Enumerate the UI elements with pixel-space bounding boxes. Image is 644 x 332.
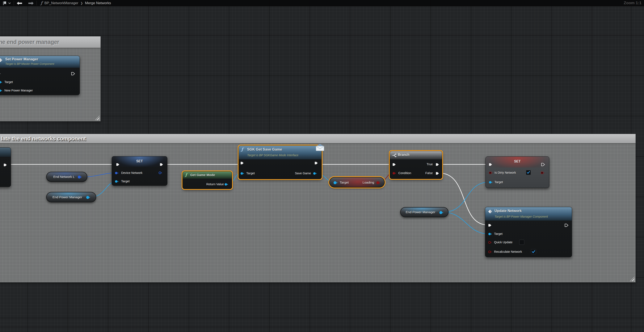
pin-label-is-dirty-network: Is Dirty Network bbox=[494, 171, 516, 174]
exec-out-pin[interactable] bbox=[314, 161, 318, 165]
recalculate-network-pin[interactable] bbox=[488, 250, 492, 253]
target-pin[interactable] bbox=[0, 81, 2, 84]
function-icon: ƒ bbox=[241, 147, 243, 152]
pin-label-false: False bbox=[426, 171, 433, 175]
wire-end-power-manager-2-up[interactable] bbox=[443, 182, 489, 212]
exec-out-pin[interactable] bbox=[541, 163, 545, 166]
exec-in-pin[interactable] bbox=[488, 224, 492, 227]
back-button[interactable] bbox=[16, 0, 23, 6]
pin-label-target: Target bbox=[246, 172, 255, 175]
graph-toolbar: ƒ BP_NetworkManager ❯ Merge Networks bbox=[0, 0, 644, 6]
loading-pin[interactable] bbox=[376, 181, 380, 184]
target-pin[interactable] bbox=[488, 233, 492, 236]
exec-in-pin[interactable] bbox=[489, 163, 492, 166]
is-dirty-network-pin[interactable] bbox=[489, 171, 492, 174]
is-dirty-network-checkbox[interactable] bbox=[526, 170, 531, 175]
var-out-pin[interactable] bbox=[439, 211, 444, 214]
new-power-manager-pin[interactable] bbox=[0, 89, 2, 92]
pin-label-target: Target bbox=[340, 181, 349, 184]
var-label: End Power Manager bbox=[52, 195, 82, 199]
var-out-pin[interactable] bbox=[86, 196, 90, 199]
exec-in-pin[interactable] bbox=[0, 72, 1, 75]
target-pin[interactable] bbox=[240, 172, 244, 175]
node-title: SET bbox=[486, 159, 549, 163]
quick-update-checkbox[interactable] bbox=[519, 240, 524, 245]
node-get-game-mode[interactable]: ƒ Get Game Mode Return Value bbox=[182, 171, 232, 189]
var-out-pin[interactable] bbox=[78, 175, 82, 179]
breadcrumb-graph-name[interactable]: Merge Networks bbox=[85, 1, 111, 5]
node-set-is-dirty-network[interactable]: SET Is Dirty Network Target bbox=[486, 156, 549, 188]
node-sgk-get-save-game[interactable]: ƒ SGK Get Save Game Target is BP SGKGame… bbox=[238, 145, 322, 179]
pin-label-loading: Loading bbox=[363, 181, 374, 184]
quick-update-pin[interactable] bbox=[488, 241, 492, 244]
breadcrumb-separator-icon: ❯ bbox=[80, 2, 83, 5]
breadcrumb-blueprint-name[interactable]: BP_NetworkManager bbox=[44, 1, 78, 5]
node-branch[interactable]: Branch Condition True False bbox=[390, 151, 442, 179]
function-icon: ƒ bbox=[185, 173, 187, 177]
node-title: Update Network bbox=[494, 209, 522, 213]
is-dirty-network-out-pin[interactable] bbox=[541, 171, 544, 174]
recalculate-network-checkbox[interactable] bbox=[531, 249, 536, 254]
function-diamond-icon bbox=[0, 58, 3, 62]
node-update-network[interactable]: Update Network Target is BP Power Manage… bbox=[485, 207, 572, 257]
pin-label-true: True bbox=[427, 162, 433, 166]
bookmark-button[interactable] bbox=[2, 0, 7, 6]
node-title: SGK Get Save Game bbox=[247, 147, 282, 151]
node-subtitle: Target is BP Master Power Component bbox=[5, 62, 54, 65]
target-pin[interactable] bbox=[489, 181, 492, 184]
pin-label-recalculate-network: Recalculate Network bbox=[494, 250, 522, 253]
pin-label-target: Target bbox=[494, 232, 502, 236]
exec-out-pin[interactable] bbox=[565, 224, 568, 227]
pin-label-new-power-manager: New Power Manager bbox=[4, 89, 33, 92]
device-network-out-pin[interactable] bbox=[158, 171, 162, 174]
node-title: SET bbox=[112, 159, 167, 163]
branch-icon bbox=[392, 153, 397, 157]
condition-pin[interactable] bbox=[392, 172, 396, 175]
node-set-power-manager[interactable]: Set Power Manager Target is BP Master Po… bbox=[0, 56, 80, 95]
node-get-loading[interactable]: Target Loading bbox=[329, 177, 385, 188]
pin-label-condition: Condition bbox=[398, 171, 411, 175]
target-pin[interactable] bbox=[115, 180, 119, 183]
exec-out-pin[interactable] bbox=[71, 72, 75, 75]
function-diamond-icon bbox=[488, 209, 492, 214]
exec-in-pin[interactable] bbox=[240, 161, 244, 165]
exec-in-pin[interactable] bbox=[116, 163, 120, 166]
bookmark-dropdown-chevron-icon[interactable] bbox=[7, 0, 12, 6]
pin-label-return-value: Return Value bbox=[206, 183, 224, 186]
node-cut-off-left[interactable] bbox=[0, 147, 11, 187]
node-title: Set Power Manager bbox=[5, 57, 38, 61]
return-value-pin[interactable] bbox=[224, 183, 228, 186]
forward-button[interactable] bbox=[27, 0, 35, 6]
message-envelope-icon bbox=[315, 143, 325, 151]
exec-out-pin[interactable] bbox=[160, 163, 163, 166]
node-subtitle: Target is BP SGKGame Mode Interface bbox=[247, 153, 298, 157]
pin-label-target: Target bbox=[4, 80, 13, 84]
exec-out-pin[interactable] bbox=[4, 163, 7, 167]
wire-end-power-manager-2-down[interactable] bbox=[443, 212, 488, 234]
node-var-end-power-manager-1[interactable]: End Power Manager bbox=[46, 192, 96, 202]
var-label: End Network L bbox=[53, 175, 75, 179]
target-pin[interactable] bbox=[334, 181, 338, 184]
function-graph-icon: ƒ bbox=[41, 1, 42, 6]
pin-label-target: Target bbox=[121, 180, 130, 183]
save-game-pin[interactable] bbox=[313, 172, 317, 175]
var-label: End Power Manager bbox=[406, 210, 435, 214]
blueprint-graph-canvas[interactable]: he end power manager late the end networ… bbox=[0, 0, 644, 332]
exec-in-pin[interactable] bbox=[392, 163, 396, 166]
node-title: Branch bbox=[398, 153, 410, 157]
node-set-device-network[interactable]: SET Device Network Target bbox=[112, 156, 167, 186]
device-network-pin[interactable] bbox=[115, 172, 119, 175]
node-title: Get Game Mode bbox=[190, 173, 215, 177]
node-var-end-power-manager-2[interactable]: End Power Manager bbox=[400, 207, 448, 217]
node-subtitle: Target is BP Power Manager Component bbox=[494, 215, 548, 218]
pin-label-target: Target bbox=[494, 181, 503, 184]
pin-label-quick-update: Quick Update bbox=[494, 241, 512, 244]
node-var-end-network-l[interactable]: End Network L bbox=[46, 172, 87, 182]
true-exec-pin[interactable] bbox=[436, 163, 439, 166]
pin-label-save-game: Save Game bbox=[295, 172, 311, 175]
false-exec-pin[interactable] bbox=[436, 172, 439, 175]
zoom-level-label: Zoom 1:1 bbox=[624, 1, 642, 5]
pin-label-device-network: Device Network bbox=[121, 171, 142, 175]
wire-exec-false[interactable] bbox=[439, 173, 488, 225]
